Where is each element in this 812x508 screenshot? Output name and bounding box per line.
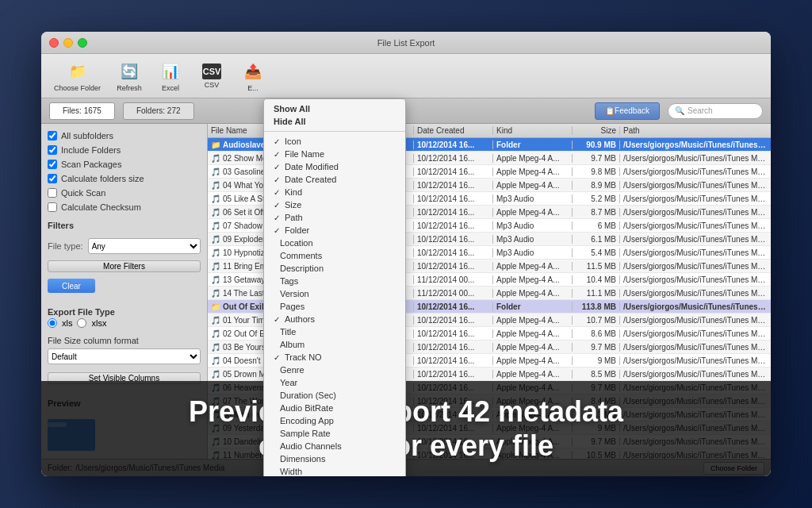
cell-datecreated: 11/12/2014 00... (414, 275, 493, 284)
files-tab[interactable]: Files: 1675 (49, 102, 115, 120)
dropdown-item[interactable]: Authors (264, 313, 405, 325)
size-format-section: File Size column format Default (48, 336, 201, 364)
cell-path: /Users/giorgos/Music/iTunes/iTunes Media… (620, 316, 771, 325)
dropdown-item[interactable]: Sample Rate (264, 427, 405, 440)
file-icon: 🎵 (211, 248, 220, 257)
cell-path: /Users/giorgos/Music/iTunes/iTunes Media… (620, 167, 771, 176)
hide-all-item[interactable]: Hide All (264, 115, 405, 128)
sidebar-item-calc-folders[interactable]: Calculate folders size (48, 173, 201, 184)
size-format-select[interactable]: Default (48, 348, 201, 364)
cell-path: /Users/giorgos/Music/iTunes/iTunes Media… (620, 343, 771, 352)
include-folders-checkbox[interactable] (48, 145, 57, 155)
sidebar-item-include-folders[interactable]: Include Folders (48, 144, 201, 156)
xlsx-label: xlsx (91, 318, 106, 328)
dropdown-item[interactable]: Location (264, 237, 405, 249)
xls-radio[interactable] (48, 318, 57, 328)
folders-count: Folders: 272 (136, 106, 181, 115)
dropdown-item[interactable]: Duration (Sec) (264, 389, 405, 402)
dropdown-item[interactable]: Folder (264, 224, 405, 237)
checksum-label: Calculate Checksum (61, 202, 141, 212)
dropdown-item[interactable]: Width (264, 465, 405, 476)
dropdown-items-list: IconFile NameDate ModifiedDate CreatedKi… (264, 135, 405, 476)
file-icon: 🎵 (211, 208, 220, 217)
dropdown-item[interactable]: Date Created (264, 173, 405, 186)
cell-path: /Users/giorgos/Music/iTunes/iTunes Media… (620, 208, 771, 217)
cell-kind: Apple Mpeg-4 A... (493, 262, 573, 271)
clear-button[interactable]: Clear (48, 279, 95, 293)
folders-tab[interactable]: Folders: 272 (123, 102, 194, 120)
cell-size: 8.6 MB (573, 329, 620, 338)
more-filters-button[interactable]: More Filters (48, 260, 201, 272)
show-all-item[interactable]: Show All (264, 102, 405, 115)
cell-kind: Mp3 Audio (493, 221, 573, 230)
dropdown-item[interactable]: File Name (264, 148, 405, 160)
minimize-button[interactable] (63, 38, 73, 48)
dropdown-item[interactable]: Track NO (264, 351, 405, 364)
dropdown-item[interactable]: Icon (264, 135, 405, 148)
dropdown-item[interactable]: Year (264, 376, 405, 389)
close-button[interactable] (49, 38, 59, 48)
excel-button[interactable]: 📊 Excel (153, 57, 188, 95)
dropdown-item[interactable]: Dimensions (264, 452, 405, 465)
dropdown-item[interactable]: Pages (264, 300, 405, 313)
quick-scan-checkbox[interactable] (48, 188, 57, 198)
cell-kind: Apple Mpeg-4 A... (493, 289, 573, 298)
dropdown-item[interactable]: Date Modified (264, 160, 405, 173)
file-icon: 🎵 (211, 262, 220, 271)
search-box[interactable]: 🔍 Search (668, 103, 763, 119)
sidebar-item-quick-scan[interactable]: Quick Scan (48, 187, 201, 198)
cell-datecreated: 10/12/2014 16... (414, 235, 493, 244)
export-label: E... (247, 84, 259, 92)
sidebar-item-scan-packages[interactable]: Scan Packages (48, 159, 201, 170)
file-icon: 🎵 (211, 356, 220, 365)
cell-path: /Users/giorgos/Music/iTunes/iTunes Media… (620, 289, 771, 298)
cell-path: /Users/giorgos/Music/iTunes/iTunes Media… (620, 370, 771, 379)
cell-datecreated: 10/12/2014 16... (414, 181, 493, 190)
choose-folder-button[interactable]: 📁 Choose Folder (49, 57, 105, 95)
dropdown-item[interactable]: Path (264, 211, 405, 224)
all-subfolders-checkbox[interactable] (48, 131, 57, 140)
cell-kind: Mp3 Audio (493, 235, 573, 244)
xlsx-radio[interactable] (77, 318, 86, 328)
dropdown-item[interactable]: Description (264, 262, 405, 275)
sidebar-item-checksum[interactable]: Calculate Checksum (48, 202, 201, 213)
search-placeholder: Search (688, 106, 713, 115)
file-icon: 🎵 (211, 343, 220, 352)
files-count: Files: 1675 (63, 106, 102, 115)
dropdown-item[interactable]: Audio Channels (264, 440, 405, 452)
dropdown-item[interactable]: Album (264, 338, 405, 351)
folder-icon: 📁 (67, 60, 89, 83)
cell-path: /Users/giorgos/Music/iTunes/iTunes Media… (620, 356, 771, 365)
dropdown-item[interactable]: Size (264, 198, 405, 211)
cell-path: /Users/giorgos/Music/iTunes/iTunes Media… (620, 194, 771, 203)
dropdown-item[interactable]: Kind (264, 186, 405, 198)
excel-label: Excel (162, 84, 179, 92)
dropdown-item[interactable]: Audio BitRate (264, 402, 405, 414)
calc-folders-checkbox[interactable] (48, 174, 57, 183)
scan-packages-checkbox[interactable] (48, 160, 57, 169)
dropdown-item[interactable]: Version (264, 287, 405, 300)
csv-button[interactable]: CSV CSV (194, 60, 229, 92)
file-icon: 🎵 (211, 289, 220, 298)
dropdown-item[interactable]: Comments (264, 249, 405, 262)
dropdown-item[interactable]: Title (264, 325, 405, 338)
refresh-button[interactable]: 🔄 Refresh (112, 57, 147, 95)
export-button[interactable]: 📤 E... (236, 57, 270, 95)
cell-size: 9.8 MB (573, 167, 620, 176)
cell-kind: Apple Mpeg-4 A... (493, 181, 573, 190)
cell-path: /Users/giorgos/Music/iTunes/iTunes Media… (620, 248, 771, 257)
dropdown-item[interactable]: Tags (264, 275, 405, 287)
cell-path: /Users/giorgos/Music/iTunes/iTunes Media… (620, 181, 771, 190)
sidebar-item-all-subfolders[interactable]: All subfolders (48, 130, 201, 141)
feedback-button[interactable]: 📋 Feedback (595, 102, 660, 120)
file-type-select[interactable]: Any (88, 238, 201, 254)
checksum-checkbox[interactable] (48, 202, 57, 212)
title-bar: File List Export (41, 32, 771, 54)
dropdown-item[interactable]: Encoding App (264, 414, 405, 427)
cell-size: 8.7 MB (573, 208, 620, 217)
cell-kind: Folder (493, 302, 573, 311)
maximize-button[interactable] (78, 38, 87, 48)
dropdown-item[interactable]: Genre (264, 364, 405, 376)
column-dropdown[interactable]: Show All Hide All IconFile NameDate Modi… (263, 98, 406, 476)
info-bar: Files: 1675 Folders: 272 📋 Feedback 🔍 Se… (41, 98, 771, 124)
